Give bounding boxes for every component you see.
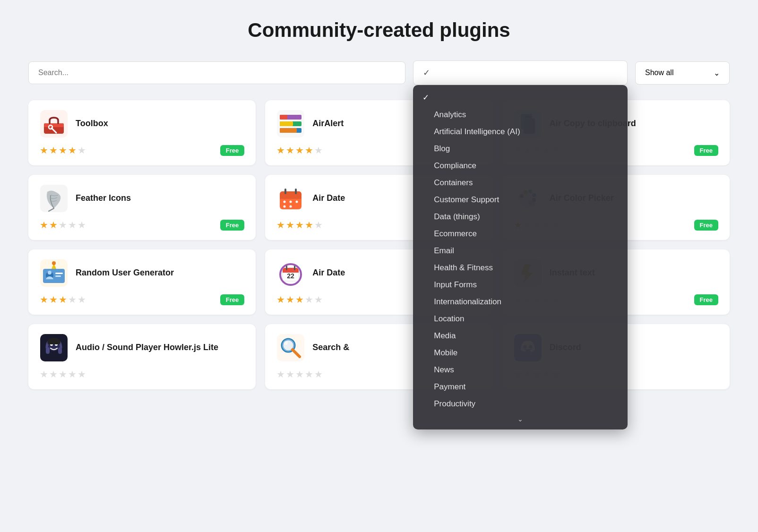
show-all-label: Show all [645, 69, 673, 77]
plugin-card-audio[interactable]: Audio / Sound Player Howler.js Lite ★ ★ … [28, 324, 256, 389]
svg-rect-27 [295, 189, 297, 194]
audio-icon [40, 334, 68, 362]
airalert-icon [276, 110, 305, 138]
category-item-internationalization[interactable]: Internationalization [413, 293, 628, 310]
svg-point-25 [290, 206, 292, 208]
category-dropdown-wrapper: ✓ ✓ Analytics Artificial Intelligence (A… [413, 60, 628, 85]
category-item-ai[interactable]: Artificial Intelligence (AI) [413, 123, 628, 140]
category-item-analytics[interactable]: Analytics [413, 106, 628, 123]
category-item-containers[interactable]: Containers [413, 174, 628, 191]
stars-random: ★ ★ ★ ★ ★ [40, 294, 86, 305]
category-item-data[interactable]: Data (things) [413, 208, 628, 225]
star-3: ★ [295, 294, 304, 305]
airdate2-icon: 22 [276, 259, 305, 287]
toolbox-icon [40, 110, 68, 138]
category-item-mobile[interactable]: Mobile [413, 344, 628, 361]
star-4: ★ [68, 145, 77, 156]
star-5: ★ [78, 369, 86, 380]
svg-point-24 [284, 206, 286, 208]
plugin-card-header: Feather Icons [40, 184, 244, 213]
show-all-chevron-icon: ⌄ [714, 69, 720, 77]
star-5: ★ [314, 369, 323, 380]
star-1: ★ [40, 145, 48, 156]
plugin-card-header: Random User Generator [40, 259, 244, 287]
svg-rect-56 [58, 347, 62, 354]
show-all-button[interactable]: Show all ⌄ [635, 61, 730, 85]
plugin-card-toolbox[interactable]: Toolbox ★ ★ ★ ★ ★ Free [28, 100, 256, 165]
plugin-name-airdate1: Air Date [312, 193, 345, 204]
star-2: ★ [286, 369, 294, 380]
category-item-ecommerce[interactable]: Ecommerce [413, 225, 628, 242]
star-5: ★ [314, 294, 323, 305]
star-2: ★ [49, 369, 58, 380]
plugin-card-footer: ★ ★ ★ ★ ★ [40, 369, 244, 380]
plugin-card-feather[interactable]: Feather Icons ★ ★ ★ ★ ★ Free [28, 175, 256, 240]
star-3: ★ [295, 369, 304, 380]
plugin-card-footer: ★ ★ ★ ★ ★ Free [40, 294, 244, 305]
category-item-news[interactable]: News [413, 361, 628, 378]
plugin-name-audio: Audio / Sound Player Howler.js Lite [76, 342, 218, 353]
search-input[interactable] [28, 61, 405, 84]
svg-point-23 [296, 201, 298, 203]
svg-rect-11 [280, 128, 297, 133]
page-title: Community-created plugins [28, 19, 730, 42]
svg-rect-40 [55, 273, 63, 274]
category-item-input-forms[interactable]: Input Forms [413, 276, 628, 293]
category-checked-item[interactable]: ✓ [413, 89, 628, 106]
stars-airalert: ★ ★ ★ ★ ★ [276, 145, 323, 156]
plugin-name-airdate2: Air Date [312, 267, 345, 278]
star-1: ★ [276, 219, 285, 231]
category-item-customer-support[interactable]: Customer Support [413, 191, 628, 208]
stars-toolbox: ★ ★ ★ ★ ★ [40, 145, 86, 156]
star-4: ★ [68, 294, 77, 305]
stars-search: ★ ★ ★ ★ ★ [276, 369, 323, 380]
random-icon [40, 259, 68, 287]
star-4: ★ [305, 294, 313, 305]
free-badge-aircolor: Free [694, 220, 718, 231]
category-dropdown-check: ✓ [423, 68, 430, 78]
category-item-blog[interactable]: Blog [413, 140, 628, 157]
category-item-compliance[interactable]: Compliance [413, 157, 628, 174]
category-item-productivity[interactable]: Productivity [413, 395, 628, 412]
check-icon: ✓ [422, 93, 429, 103]
stars-feather: ★ ★ ★ ★ ★ [40, 219, 86, 231]
star-5: ★ [314, 219, 323, 231]
show-all-wrapper: Show all ⌄ [635, 61, 730, 85]
star-4: ★ [68, 369, 77, 380]
star-3: ★ [295, 219, 304, 231]
free-badge-random: Free [220, 294, 244, 305]
svg-rect-20 [280, 195, 301, 199]
svg-text:22: 22 [287, 272, 295, 280]
star-4: ★ [68, 219, 77, 231]
star-4: ★ [305, 219, 313, 231]
star-5: ★ [78, 294, 86, 305]
plugin-name-feather: Feather Icons [76, 193, 131, 204]
plugin-card-random[interactable]: Random User Generator ★ ★ ★ ★ ★ Free [28, 249, 256, 315]
free-badge-feather: Free [220, 220, 244, 231]
plugin-name-search: Search & [312, 342, 349, 353]
category-dropdown-menu: ✓ Analytics Artificial Intelligence (AI)… [413, 85, 628, 429]
svg-rect-7 [280, 115, 287, 120]
category-item-media[interactable]: Media [413, 327, 628, 344]
search-plugin-icon [276, 334, 305, 362]
star-1: ★ [40, 219, 48, 231]
category-dropdown-btn[interactable]: ✓ [413, 60, 628, 85]
star-2: ★ [286, 145, 294, 156]
svg-point-62 [284, 341, 288, 345]
star-3: ★ [59, 219, 67, 231]
category-item-payment[interactable]: Payment [413, 378, 628, 395]
stars-airdate1: ★ ★ ★ ★ ★ [276, 219, 323, 231]
star-1: ★ [40, 369, 48, 380]
star-1: ★ [40, 294, 48, 305]
svg-rect-49 [294, 266, 295, 270]
category-item-email[interactable]: Email [413, 242, 628, 259]
plugin-card-header: Audio / Sound Player Howler.js Lite [40, 334, 244, 362]
star-4: ★ [305, 369, 313, 380]
category-item-health[interactable]: Health & Fitness [413, 259, 628, 276]
plugin-card-header: Toolbox [40, 110, 244, 138]
plugin-card-footer: ★ ★ ★ ★ ★ Free [40, 219, 244, 231]
filter-bar: ✓ ✓ Analytics Artificial Intelligence (A… [28, 60, 730, 85]
category-item-location[interactable]: Location [413, 310, 628, 327]
svg-point-21 [284, 201, 286, 203]
star-1: ★ [276, 369, 285, 380]
